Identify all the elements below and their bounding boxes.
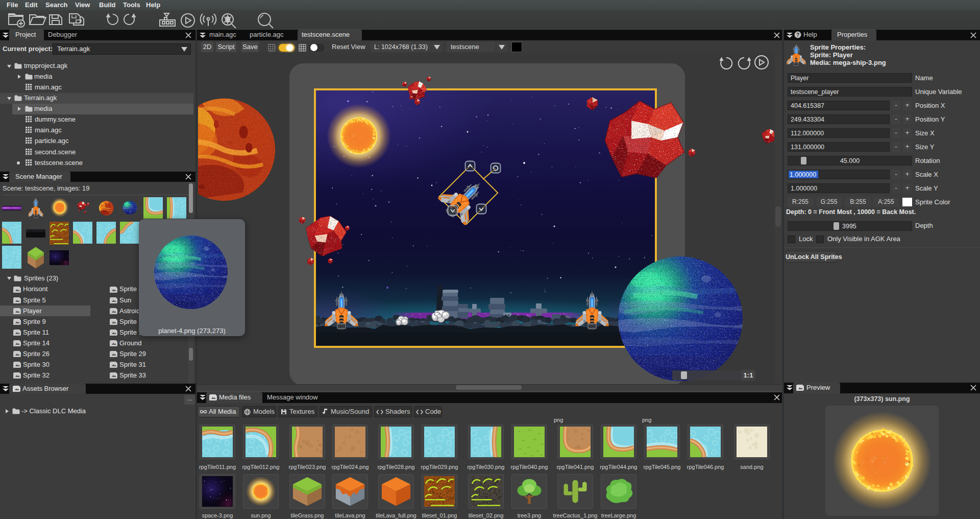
- svg-text:?: ?: [796, 32, 799, 38]
- svg-text:1:1: 1:1: [744, 371, 753, 379]
